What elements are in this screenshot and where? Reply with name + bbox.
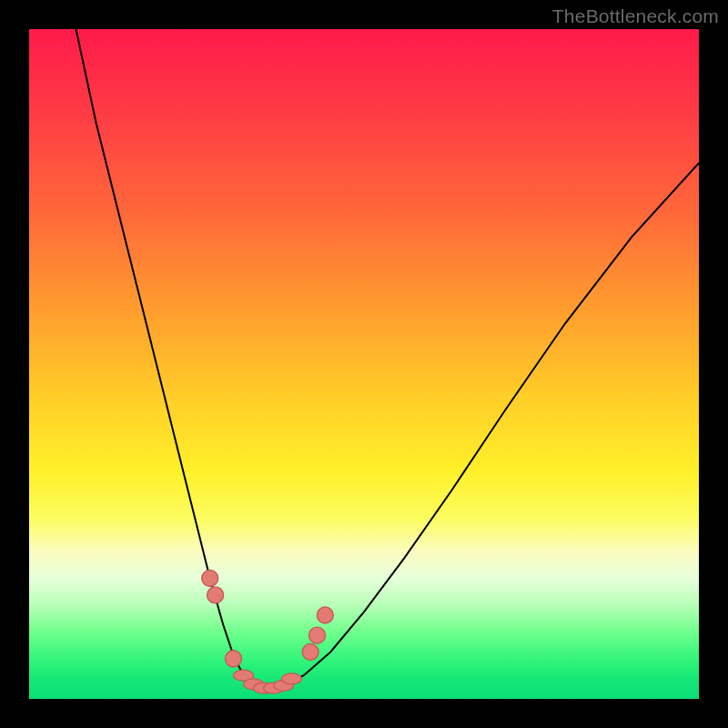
chart-frame: TheBottleneck.com	[0, 0, 728, 728]
sweet-spot-marker	[202, 571, 218, 587]
sweet-spot-marker	[302, 644, 318, 661]
sweet-spot-markers	[202, 571, 334, 694]
sweet-spot-marker	[317, 607, 333, 623]
sweet-spot-marker	[226, 651, 242, 667]
sweet-spot-marker	[282, 673, 302, 684]
bottleneck-curve-svg	[29, 29, 699, 699]
sweet-spot-marker	[309, 627, 326, 643]
sweet-spot-marker	[207, 587, 224, 603]
bottleneck-curve	[76, 29, 700, 689]
watermark-text: TheBottleneck.com	[552, 5, 719, 27]
plot-area	[29, 29, 699, 699]
